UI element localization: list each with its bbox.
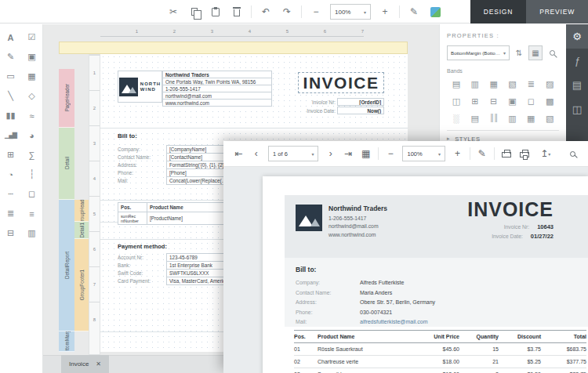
band-tab-groupfooter[interactable]: GroupFooter1 (74, 239, 89, 331)
band-icon[interactable]: ⊞ (466, 96, 485, 107)
band-icon[interactable]: ▨ (540, 79, 559, 89)
table-cell-pos-expression[interactable]: sumRecntNumber (118, 212, 147, 225)
last-page-icon[interactable]: ⇥ (343, 147, 354, 161)
preview-zoom-select[interactable]: 100% ▾ (402, 146, 445, 161)
copy-icon[interactable] (187, 5, 201, 19)
zoom-select[interactable]: 100% ▾ (330, 4, 371, 20)
bill-to-label[interactable]: Bill to: (118, 132, 165, 139)
thumbnails-icon[interactable]: ▦ (360, 147, 372, 161)
table-icon[interactable]: ▦ (21, 67, 42, 86)
next-page-icon[interactable]: › (325, 147, 336, 161)
band-icon[interactable]: ▥ (466, 79, 485, 89)
band-icon[interactable]: ▦ (521, 114, 540, 124)
pie-chart-icon[interactable]: ◕ (21, 125, 42, 145)
invoice-date-field[interactable]: Now() (337, 107, 384, 114)
print-icon[interactable] (501, 147, 513, 161)
page-select[interactable]: 1 of 6 ▾ (268, 146, 318, 161)
cross-band-box-icon[interactable]: ⊟ (0, 223, 21, 243)
company-web-cell[interactable]: www.northwind.com (162, 99, 272, 107)
gauge-icon[interactable]: ◔ (0, 165, 21, 184)
character-comb-icon[interactable]: ▥ (21, 223, 42, 243)
invoice-date-label[interactable]: Invoice Date: (295, 107, 336, 114)
content-list-icon[interactable]: ≡ (21, 204, 42, 223)
band-icon[interactable]: ⊟ (485, 96, 503, 107)
band-tab-detail1[interactable]: Detail1 (74, 222, 89, 239)
invoice-header-block: Northwind Traders 1-206-555-1417 northwi… (285, 195, 588, 258)
band-icon[interactable]: ▣ (503, 96, 522, 107)
gear-icon[interactable]: ⚙ (566, 24, 588, 49)
invoice-date-line: Invoice Date:01/27/22 (467, 233, 554, 240)
export-icon[interactable]: ↥▾ (536, 147, 554, 161)
fullscreen-icon[interactable] (428, 5, 442, 19)
company-logo[interactable]: NORTHWIND (118, 71, 162, 103)
band-icon[interactable]: ▧ (540, 114, 559, 124)
report-explorer-icon[interactable]: ▤ (566, 73, 588, 97)
band-tab-groupheader[interactable]: GroupHeader (74, 200, 89, 222)
top-margin-band[interactable] (59, 42, 408, 54)
edit-fields-icon[interactable]: ✎ (477, 147, 488, 161)
band-icon[interactable]: ▧ (503, 79, 522, 89)
sort-properties-icon[interactable]: ⇅ (512, 45, 526, 60)
band-tab-pageheader[interactable]: PageHeader (59, 69, 74, 128)
band-icon[interactable]: ▤ (466, 114, 485, 124)
expressions-icon[interactable]: ƒ (566, 49, 588, 73)
band-icon[interactable]: ▤ (447, 79, 466, 89)
band-icon[interactable]: ░ (447, 114, 466, 124)
picture-icon[interactable]: ▣ (21, 47, 42, 67)
toc-icon[interactable]: ≣ (0, 204, 21, 223)
subreport-icon[interactable]: ◻ (21, 184, 42, 204)
band-icon[interactable]: ▩ (540, 96, 559, 107)
invoice-nr-field[interactable]: [OrderID] (337, 98, 384, 106)
shape-icon[interactable]: ◇ (21, 86, 42, 106)
report-tab-invoice[interactable]: Invoice ✕ (61, 355, 109, 373)
zoom-in-icon[interactable]: + (378, 5, 392, 19)
zoom-out-icon[interactable]: − (309, 5, 323, 19)
payment-label[interactable]: Card Payment: (118, 277, 165, 285)
scripts-icon[interactable]: ✎ (407, 5, 421, 19)
line-icon[interactable]: ╲ (0, 86, 21, 106)
band-icon[interactable]: ≣ (521, 79, 540, 89)
band-tab-bottommargin[interactable]: BottomMargin (59, 331, 74, 352)
undo-icon[interactable]: ↶ (259, 5, 273, 19)
band-tab-detail[interactable]: Detail (59, 128, 74, 200)
selected-element-dropdown[interactable]: BottomMargin (Bottom Margin) ▾ (447, 45, 510, 60)
previous-page-icon[interactable]: ‹ (251, 147, 263, 161)
pivot-grid-icon[interactable]: ⊞ (0, 145, 21, 165)
cut-icon[interactable]: ✂ (166, 5, 180, 19)
toolbar-separator (251, 5, 252, 18)
delete-icon[interactable] (230, 5, 244, 19)
redo-icon[interactable]: ↷ (280, 5, 294, 19)
layers-icon[interactable]: ◫ (566, 97, 588, 121)
barcode-icon[interactable]: ▮▮ (0, 106, 21, 125)
invoice-title-label[interactable]: INVOICE (298, 72, 384, 93)
field-label[interactable]: Mail: (118, 176, 165, 185)
invoice-nr-label[interactable]: Invoice Nr: (295, 98, 336, 106)
search-icon[interactable] (545, 45, 559, 60)
panel-icon[interactable]: ▭ (0, 67, 21, 86)
band-icon[interactable]: ║║ (485, 114, 503, 124)
formula-icon[interactable]: ∑ (21, 145, 42, 165)
band-tab-detailreport[interactable]: DetailReport (59, 200, 74, 331)
group-properties-icon[interactable]: ▦ (528, 45, 543, 60)
band-icon[interactable]: ▦ (485, 79, 503, 89)
zoom-out-icon[interactable]: − (385, 147, 397, 161)
richtext-icon[interactable]: ✎ (0, 47, 21, 67)
band-icon[interactable]: ▥ (503, 114, 522, 124)
chart-icon[interactable]: ▁▄▇ (0, 125, 21, 145)
close-icon[interactable]: ✕ (96, 360, 101, 368)
band-icon[interactable]: ◻ (521, 96, 540, 107)
design-tab-button[interactable]: DESIGN (470, 0, 526, 24)
band-icon[interactable]: ◫ (447, 96, 466, 107)
paste-icon[interactable] (209, 5, 223, 19)
preview-tab-button[interactable]: PREVIEW (526, 0, 588, 24)
print-page-icon[interactable] (519, 147, 531, 161)
sparkline-icon[interactable]: ≈ (21, 106, 42, 125)
checkbox-icon[interactable]: ☑ (21, 27, 42, 47)
payment-method-label[interactable]: Payment method: (118, 242, 188, 250)
search-icon[interactable] (567, 147, 579, 161)
first-page-icon[interactable]: ⇤ (233, 147, 245, 161)
zoom-in-icon[interactable]: + (452, 147, 463, 161)
page-break-icon[interactable]: ┄ (0, 184, 21, 204)
cross-band-line-icon[interactable]: ┆ (21, 165, 42, 184)
label-icon[interactable]: A (0, 27, 21, 47)
